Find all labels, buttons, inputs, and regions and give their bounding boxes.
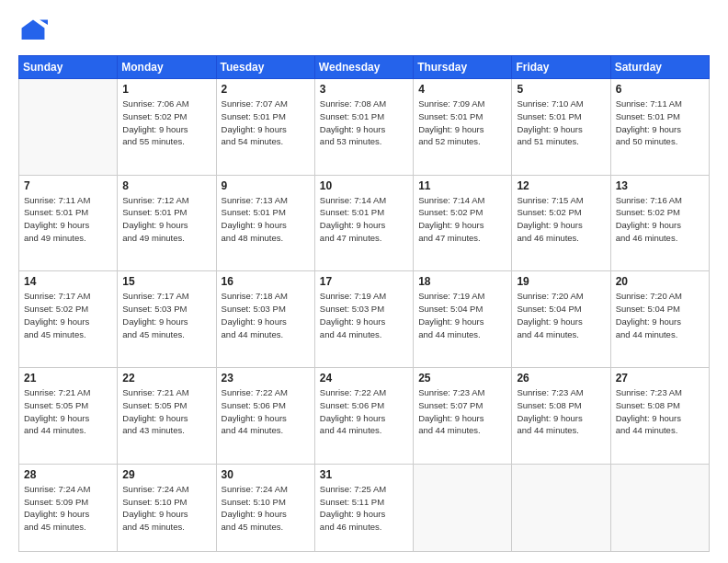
calendar-cell: 30Sunrise: 7:24 AMSunset: 5:10 PMDayligh… [216,464,314,551]
day-info: Sunrise: 7:20 AMSunset: 5:04 PMDaylight:… [517,290,605,340]
day-info: Sunrise: 7:14 AMSunset: 5:02 PMDaylight:… [418,194,506,245]
day-info: Sunrise: 7:11 AMSunset: 5:01 PMDaylight:… [24,194,112,245]
day-info: Sunrise: 7:19 AMSunset: 5:04 PMDaylight:… [418,290,506,340]
day-info: Sunrise: 7:17 AMSunset: 5:02 PMDaylight:… [24,290,112,340]
calendar-cell: 10Sunrise: 7:14 AMSunset: 5:01 PMDayligh… [314,175,413,271]
calendar-cell: 6Sunrise: 7:11 AMSunset: 5:01 PMDaylight… [610,79,709,176]
day-info: Sunrise: 7:15 AMSunset: 5:02 PMDaylight:… [517,194,605,245]
day-info: Sunrise: 7:23 AMSunset: 5:08 PMDaylight:… [616,386,704,437]
day-info: Sunrise: 7:17 AMSunset: 5:03 PMDaylight:… [122,290,210,340]
day-info: Sunrise: 7:06 AMSunset: 5:02 PMDaylight:… [122,98,210,148]
day-number: 16 [222,275,310,288]
day-number: 8 [122,179,210,192]
day-info: Sunrise: 7:09 AMSunset: 5:01 PMDaylight:… [418,98,506,148]
calendar-cell: 29Sunrise: 7:24 AMSunset: 5:10 PMDayligh… [118,464,216,551]
day-number: 2 [222,83,310,96]
calendar-cell: 31Sunrise: 7:25 AMSunset: 5:11 PMDayligh… [314,464,413,551]
calendar-cell: 12Sunrise: 7:15 AMSunset: 5:02 PMDayligh… [512,175,610,271]
calendar-cell [610,464,709,551]
calendar-cell: 11Sunrise: 7:14 AMSunset: 5:02 PMDayligh… [414,175,512,271]
calendar-cell: 27Sunrise: 7:23 AMSunset: 5:08 PMDayligh… [610,368,709,465]
day-number: 22 [122,372,210,385]
calendar-cell: 18Sunrise: 7:19 AMSunset: 5:04 PMDayligh… [414,271,512,368]
calendar-table: SundayMondayTuesdayWednesdayThursdayFrid… [18,55,710,552]
day-number: 4 [418,83,506,96]
day-number: 31 [320,468,408,481]
day-number: 12 [517,179,605,192]
day-number: 9 [222,179,310,192]
calendar-cell: 19Sunrise: 7:20 AMSunset: 5:04 PMDayligh… [512,271,610,368]
calendar-cell: 17Sunrise: 7:19 AMSunset: 5:03 PMDayligh… [314,271,413,368]
day-number: 19 [517,275,605,288]
svg-marker-0 [22,20,45,40]
day-number: 21 [24,372,112,385]
calendar-cell [512,464,610,551]
day-number: 26 [517,372,605,385]
calendar-cell: 23Sunrise: 7:22 AMSunset: 5:06 PMDayligh… [216,368,314,465]
day-number: 20 [616,275,704,288]
day-info: Sunrise: 7:12 AMSunset: 5:01 PMDaylight:… [122,194,210,245]
day-number: 1 [122,83,210,96]
day-info: Sunrise: 7:11 AMSunset: 5:01 PMDaylight:… [616,98,704,148]
day-number: 7 [24,179,112,192]
day-info: Sunrise: 7:22 AMSunset: 5:06 PMDaylight:… [320,386,408,437]
calendar-cell: 2Sunrise: 7:07 AMSunset: 5:01 PMDaylight… [216,79,314,176]
header [18,17,710,46]
day-number: 28 [24,468,112,481]
weekday-header: Wednesday [314,56,413,79]
logo [18,17,51,46]
day-info: Sunrise: 7:13 AMSunset: 5:01 PMDaylight:… [222,194,310,245]
calendar-cell: 28Sunrise: 7:24 AMSunset: 5:09 PMDayligh… [19,464,118,551]
day-number: 11 [418,179,506,192]
day-number: 14 [24,275,112,288]
calendar-cell: 25Sunrise: 7:23 AMSunset: 5:07 PMDayligh… [414,368,512,465]
day-number: 23 [222,372,310,385]
calendar-cell: 4Sunrise: 7:09 AMSunset: 5:01 PMDaylight… [414,79,512,176]
calendar-cell: 3Sunrise: 7:08 AMSunset: 5:01 PMDaylight… [314,79,413,176]
day-number: 10 [320,179,408,192]
day-info: Sunrise: 7:24 AMSunset: 5:09 PMDaylight:… [24,483,112,534]
weekday-header: Friday [512,56,610,79]
day-info: Sunrise: 7:25 AMSunset: 5:11 PMDaylight:… [320,483,408,534]
day-info: Sunrise: 7:23 AMSunset: 5:07 PMDaylight:… [418,386,506,437]
day-info: Sunrise: 7:18 AMSunset: 5:03 PMDaylight:… [222,290,310,340]
calendar-cell: 26Sunrise: 7:23 AMSunset: 5:08 PMDayligh… [512,368,610,465]
weekday-header: Saturday [610,56,709,79]
day-info: Sunrise: 7:08 AMSunset: 5:01 PMDaylight:… [320,98,408,148]
calendar-cell: 8Sunrise: 7:12 AMSunset: 5:01 PMDaylight… [118,175,216,271]
day-info: Sunrise: 7:22 AMSunset: 5:06 PMDaylight:… [222,386,310,437]
day-info: Sunrise: 7:14 AMSunset: 5:01 PMDaylight:… [320,194,408,245]
calendar-cell: 15Sunrise: 7:17 AMSunset: 5:03 PMDayligh… [118,271,216,368]
day-info: Sunrise: 7:21 AMSunset: 5:05 PMDaylight:… [24,386,112,437]
day-number: 5 [517,83,605,96]
calendar-cell: 22Sunrise: 7:21 AMSunset: 5:05 PMDayligh… [118,368,216,465]
calendar-cell: 7Sunrise: 7:11 AMSunset: 5:01 PMDaylight… [19,175,118,271]
calendar-cell: 9Sunrise: 7:13 AMSunset: 5:01 PMDaylight… [216,175,314,271]
calendar-cell: 5Sunrise: 7:10 AMSunset: 5:01 PMDaylight… [512,79,610,176]
calendar-cell: 1Sunrise: 7:06 AMSunset: 5:02 PMDaylight… [118,79,216,176]
day-info: Sunrise: 7:24 AMSunset: 5:10 PMDaylight:… [222,483,310,534]
day-info: Sunrise: 7:07 AMSunset: 5:01 PMDaylight:… [222,98,310,148]
calendar-cell: 13Sunrise: 7:16 AMSunset: 5:02 PMDayligh… [610,175,709,271]
day-number: 27 [616,372,704,385]
page: SundayMondayTuesdayWednesdayThursdayFrid… [0,0,728,563]
weekday-header: Tuesday [216,56,314,79]
day-number: 18 [418,275,506,288]
day-info: Sunrise: 7:21 AMSunset: 5:05 PMDaylight:… [122,386,210,437]
calendar-cell: 24Sunrise: 7:22 AMSunset: 5:06 PMDayligh… [314,368,413,465]
day-number: 24 [320,372,408,385]
day-number: 6 [616,83,704,96]
day-info: Sunrise: 7:20 AMSunset: 5:04 PMDaylight:… [616,290,704,340]
day-number: 29 [122,468,210,481]
day-number: 3 [320,83,408,96]
calendar-cell: 20Sunrise: 7:20 AMSunset: 5:04 PMDayligh… [610,271,709,368]
day-number: 17 [320,275,408,288]
svg-marker-1 [40,20,48,25]
day-number: 25 [418,372,506,385]
weekday-header: Sunday [19,56,118,79]
day-info: Sunrise: 7:19 AMSunset: 5:03 PMDaylight:… [320,290,408,340]
weekday-header: Thursday [414,56,512,79]
day-number: 30 [222,468,310,481]
calendar-cell [414,464,512,551]
day-number: 13 [616,179,704,192]
